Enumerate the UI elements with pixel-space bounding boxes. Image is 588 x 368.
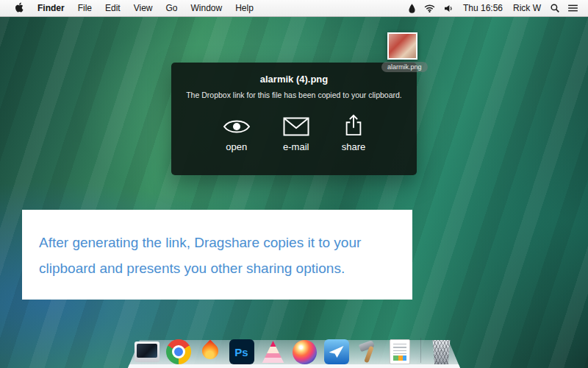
monitor-app-icon [135, 342, 159, 362]
menu-view[interactable]: View [127, 0, 159, 16]
blue-send-app-icon [324, 339, 349, 364]
desktop-wallpaper [0, 0, 588, 368]
menu-bar-left: Finder File Edit View Go Window Help [0, 0, 260, 16]
spotlight-icon[interactable] [546, 0, 564, 16]
email-button[interactable]: e-mail [283, 113, 309, 152]
dock-item-tools-app[interactable] [355, 335, 381, 364]
dragshare-droplet-icon[interactable] [404, 0, 420, 16]
notification-message: The Dropbox link for this file has been … [171, 91, 417, 99]
dock-item-blue-send-app[interactable] [323, 335, 350, 364]
dragshare-notification: alarmik (4).png The Dropbox link for thi… [171, 63, 417, 175]
menu-bar-right: Thu 16:56 Rick W [404, 0, 588, 16]
share-label: share [342, 141, 366, 152]
cake-icon [262, 341, 285, 363]
drag-filename-badge: alarmik.png [381, 62, 428, 72]
apple-icon [15, 2, 24, 15]
sphere-icon [293, 340, 317, 364]
menu-window[interactable]: Window [184, 0, 229, 16]
envelope-icon [283, 113, 309, 136]
menu-file[interactable]: File [71, 0, 98, 16]
hammer-icon [356, 339, 381, 364]
menu-help[interactable]: Help [229, 0, 260, 16]
notification-center-icon[interactable] [564, 0, 582, 16]
menu-edit[interactable]: Edit [98, 0, 127, 16]
share-icon [344, 113, 363, 136]
dock-items: Ps [128, 335, 460, 364]
menu-go[interactable]: Go [159, 0, 184, 16]
email-label: e-mail [283, 141, 309, 152]
dock-item-chrome[interactable] [165, 335, 192, 364]
menu-bar: Finder File Edit View Go Window Help Thu… [0, 0, 588, 17]
chrome-icon [166, 339, 191, 364]
dock: Ps [128, 333, 460, 368]
caption-text: After generating the link, Dragshare cop… [22, 210, 410, 281]
dock-item-photoshop[interactable]: Ps [229, 335, 255, 364]
menu-user[interactable]: Rick W [508, 3, 546, 13]
open-button[interactable]: open [223, 113, 251, 152]
wifi-icon[interactable] [420, 0, 440, 16]
dock-item-monitor-app[interactable] [134, 335, 160, 364]
notification-title: alarmik (4).png [171, 74, 417, 85]
document-icon [390, 339, 410, 364]
dock-item-document[interactable] [387, 335, 413, 364]
volume-icon[interactable] [440, 0, 458, 16]
eye-icon [223, 113, 251, 136]
notification-actions: open e-mail share [171, 113, 417, 152]
dock-separator [420, 338, 421, 363]
dock-item-flame-app[interactable] [197, 335, 223, 364]
menu-clock[interactable]: Thu 16:56 [458, 3, 508, 13]
open-label: open [226, 141, 247, 152]
dock-item-sphere-app[interactable] [292, 335, 318, 364]
menu-finder[interactable]: Finder [31, 0, 71, 16]
trash-icon [431, 340, 451, 364]
dock-item-cake-app[interactable] [260, 335, 287, 364]
flame-icon [198, 339, 221, 362]
apple-menu[interactable] [7, 0, 31, 16]
photoshop-icon: Ps [229, 339, 254, 364]
thumbnail-image [389, 34, 416, 58]
dragged-file-thumbnail[interactable] [387, 32, 417, 60]
dock-item-trash[interactable] [429, 335, 455, 364]
caption-panel: After generating the link, Dragshare cop… [22, 210, 412, 300]
share-button[interactable]: share [342, 113, 366, 152]
